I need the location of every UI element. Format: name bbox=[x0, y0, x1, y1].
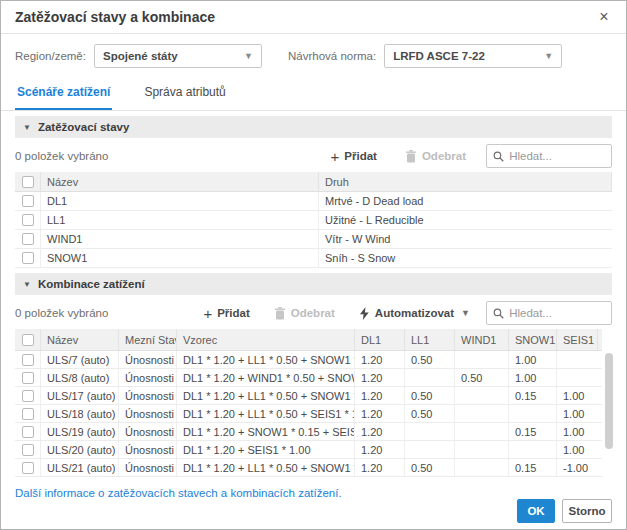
search-icon bbox=[493, 307, 504, 320]
combination-name: ULS/8 (auto) bbox=[41, 369, 119, 386]
factor-seis1 bbox=[557, 351, 598, 368]
column-header-ll1[interactable]: LL1 bbox=[405, 329, 455, 350]
load-case-type: Sníh - S Snow bbox=[319, 249, 612, 267]
combination-name: ULS/7 (auto) bbox=[41, 351, 119, 368]
column-header-formula[interactable]: Vzorec bbox=[177, 329, 355, 350]
row-checkbox[interactable] bbox=[22, 214, 34, 226]
row-checkbox[interactable] bbox=[22, 462, 34, 474]
combination-name: ULS/18 (auto) bbox=[41, 405, 119, 422]
section-load-cases[interactable]: ▼ Zatěžovací stavy bbox=[15, 116, 612, 138]
factor-wind1 bbox=[455, 387, 509, 404]
chevron-down-icon: ▼ bbox=[461, 308, 470, 318]
table-row[interactable]: LL1 Užitné - L Reducible bbox=[15, 211, 612, 230]
tab-load-scenarios[interactable]: Scénáře zatížení bbox=[15, 77, 112, 110]
settings-row: Region/země: Spojené státy ▼ Návrhová no… bbox=[1, 34, 626, 68]
row-checkbox[interactable] bbox=[22, 372, 34, 384]
cancel-button[interactable]: Storno bbox=[562, 499, 612, 523]
combinations-toolbar: 0 položek vybráno + Přidat Odebrat Autom… bbox=[1, 295, 626, 325]
select-all-checkbox[interactable] bbox=[22, 176, 34, 188]
factor-dl1: 1.20 bbox=[355, 423, 405, 440]
row-checkbox[interactable] bbox=[22, 252, 34, 264]
section-combinations[interactable]: ▼ Kombinace zatížení bbox=[15, 273, 612, 295]
table-row[interactable]: WIND1 Vítr - W Wind bbox=[15, 230, 612, 249]
column-header-name[interactable]: Název bbox=[41, 329, 119, 350]
limit-state: Únosnosti bbox=[119, 405, 177, 422]
tab-attribute-management[interactable]: Správa atributů bbox=[142, 77, 227, 110]
search-input[interactable] bbox=[509, 307, 605, 319]
load-case-name: WIND1 bbox=[41, 230, 319, 248]
row-checkbox[interactable] bbox=[22, 390, 34, 402]
factor-dl1: 1.20 bbox=[355, 459, 405, 476]
factor-ll1: 0.50 bbox=[405, 459, 455, 476]
factor-snow1 bbox=[509, 441, 557, 458]
remove-load-case-button[interactable]: Odebrat bbox=[405, 150, 466, 163]
selection-info: 0 položek vybráno bbox=[15, 150, 108, 162]
factor-snow1 bbox=[509, 405, 557, 422]
trash-icon bbox=[405, 150, 417, 163]
search-input[interactable] bbox=[509, 150, 605, 162]
load-case-name: SNOW1 bbox=[41, 249, 319, 267]
column-header-name[interactable]: Název bbox=[41, 172, 319, 191]
combination-name: ULS/20 (auto) bbox=[41, 441, 119, 458]
factor-ll1: 0.50 bbox=[405, 351, 455, 368]
table-row[interactable]: ULS/17 (auto) Únosnosti DL1 * 1.20 + LL1… bbox=[15, 387, 602, 405]
row-checkbox[interactable] bbox=[22, 354, 34, 366]
formula: DL1 * 1.20 + SEIS1 * 1.00 bbox=[177, 441, 355, 458]
remove-combination-button[interactable]: Odebrat bbox=[274, 307, 335, 320]
row-checkbox[interactable] bbox=[22, 444, 34, 456]
region-select[interactable]: Spojené státy ▼ bbox=[94, 44, 262, 68]
dialog-title: Zatěžovací stavy a kombinace bbox=[15, 9, 215, 25]
row-checkbox[interactable] bbox=[22, 408, 34, 420]
factor-wind1 bbox=[455, 459, 509, 476]
limit-state: Únosnosti bbox=[119, 387, 177, 404]
column-header-type[interactable]: Druh bbox=[319, 172, 612, 191]
design-code-select[interactable]: LRFD ASCE 7-22 ▼ bbox=[384, 44, 562, 68]
collapse-icon: ▼ bbox=[23, 123, 31, 132]
load-cases-search[interactable] bbox=[486, 144, 612, 168]
combinations-search[interactable] bbox=[486, 301, 612, 325]
column-header-wind1[interactable]: WIND1 bbox=[455, 329, 509, 350]
table-row[interactable]: ULS/7 (auto) Únosnosti DL1 * 1.20 + LL1 … bbox=[15, 351, 602, 369]
table-row[interactable]: ULS/19 (auto) Únosnosti DL1 * 1.20 + SNO… bbox=[15, 423, 602, 441]
table-row[interactable]: ULS/18 (auto) Únosnosti DL1 * 1.20 + LL1… bbox=[15, 405, 602, 423]
factor-seis1: 1.00 bbox=[557, 423, 598, 440]
add-combination-button[interactable]: + Přidat bbox=[203, 305, 249, 322]
section-title: Zatěžovací stavy bbox=[38, 121, 129, 133]
select-all-checkbox[interactable] bbox=[22, 334, 34, 346]
factor-snow1: 0.15 bbox=[509, 387, 557, 404]
table-row[interactable]: DL1 Mrtvé - D Dead load bbox=[15, 192, 612, 211]
table-row[interactable]: ULS/21 (auto) Únosnosti DL1 * 1.20 + LL1… bbox=[15, 459, 602, 477]
vertical-scrollbar[interactable] bbox=[605, 353, 613, 449]
factor-seis1 bbox=[557, 369, 598, 386]
load-case-type: Vítr - W Wind bbox=[319, 230, 612, 248]
selection-info: 0 položek vybráno bbox=[15, 307, 108, 319]
factor-ll1: 0.50 bbox=[405, 387, 455, 404]
row-checkbox[interactable] bbox=[22, 195, 34, 207]
column-header-snow1[interactable]: SNOW1 bbox=[509, 329, 557, 350]
column-header-seis1[interactable]: SEIS1 bbox=[557, 329, 598, 350]
limit-state: Únosnosti bbox=[119, 459, 177, 476]
column-header-limit-state[interactable]: Mezní Stav bbox=[119, 329, 177, 350]
table-row[interactable]: SNOW1 Sníh - S Snow bbox=[15, 249, 612, 268]
formula: DL1 * 1.20 + LL1 * 0.50 + SNOW1 * 1.00 bbox=[177, 351, 355, 368]
factor-wind1 bbox=[455, 423, 509, 440]
combination-name: ULS/17 (auto) bbox=[41, 387, 119, 404]
chevron-down-icon: ▼ bbox=[236, 51, 253, 61]
chevron-down-icon: ▼ bbox=[536, 51, 553, 61]
table-row[interactable]: ULS/20 (auto) Únosnosti DL1 * 1.20 + SEI… bbox=[15, 441, 602, 459]
automate-button[interactable]: Automatizovat ▼ bbox=[359, 307, 470, 320]
table-row[interactable]: ULS/8 (auto) Únosnosti DL1 * 1.20 + WIND… bbox=[15, 369, 602, 387]
factor-dl1: 1.20 bbox=[355, 351, 405, 368]
row-checkbox[interactable] bbox=[22, 426, 34, 438]
close-icon[interactable]: × bbox=[594, 7, 614, 27]
row-checkbox[interactable] bbox=[22, 233, 34, 245]
factor-ll1 bbox=[405, 423, 455, 440]
more-info-link[interactable]: Další informace o zatěžovacích stavech a… bbox=[1, 479, 626, 499]
add-load-case-button[interactable]: + Přidat bbox=[331, 148, 377, 165]
ok-button[interactable]: OK bbox=[517, 499, 555, 523]
load-cases-dialog: Zatěžovací stavy a kombinace × Region/ze… bbox=[0, 0, 627, 530]
norm-label: Návrhová norma: bbox=[288, 50, 376, 62]
plus-icon: + bbox=[203, 305, 212, 322]
column-header-dl1[interactable]: DL1 bbox=[355, 329, 405, 350]
factor-wind1 bbox=[455, 441, 509, 458]
